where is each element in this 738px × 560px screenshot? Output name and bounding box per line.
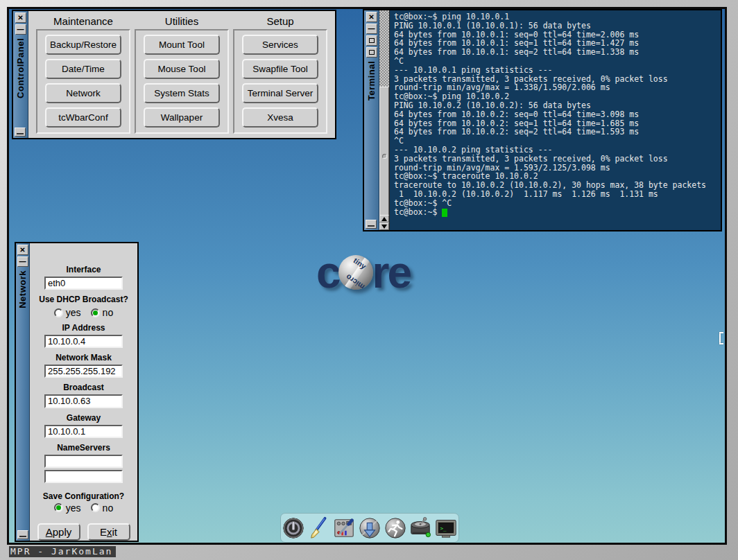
dhcp-radio-row: yes no [54,307,113,318]
dhcp-no-radio[interactable]: no [91,307,114,318]
date-time-button[interactable]: Date/Time [45,59,121,79]
close-icon[interactable]: ✕ [17,245,28,255]
shade-icon[interactable]: — [15,24,26,35]
dhcp-label: Use DHCP Broadcast? [39,295,128,304]
terminal-line: tc@box:~$ ^C [394,199,721,208]
scroll-up-arrow[interactable] [379,215,389,222]
terminal-screen[interactable]: tc@box:~$ ping 10.10.0.1 PING 10.10.0.1 … [390,10,721,230]
terminal-prompt-line: tc@box:~$ [394,208,721,217]
desktop: ✕ — ControlPanel Maintenance Backup/Rest… [7,7,727,545]
scroll-down-arrow[interactable] [379,222,389,230]
group-title: Maintenance [36,12,130,29]
terminal-titlebar[interactable]: ✕ — Terminal [364,10,379,230]
xvesa-button[interactable]: Xvesa [242,107,318,128]
iconify-icon[interactable] [366,47,377,58]
group-maintenance: Maintenance Backup/Restore Date/Time Net… [36,12,130,134]
close-icon[interactable]: ✕ [366,12,377,22]
resize-grip[interactable] [17,530,28,539]
terminal-line: 3 packets transmitted, 3 packets receive… [394,155,721,164]
terminal-line: tc@box:~$ ping 10.10.0.1 [394,12,721,21]
group-box: Mount Tool Mouse Tool System Stats Wallp… [135,29,229,134]
nameservers-label: NameServers [57,443,110,453]
backup-restore-button[interactable]: Backup/Restore [45,35,121,55]
shade-icon[interactable]: — [17,256,28,267]
save-no-radio[interactable]: no [91,502,114,514]
terminal-line: 64 bytes from 10.10.0.2: seq=2 ttl=64 ti… [394,128,721,137]
logo-letter-c: c [316,253,339,292]
mount-drive-icon[interactable] [409,516,434,541]
terminal-scrollbar[interactable] [379,10,390,230]
mouse-ibeam-cursor [719,332,725,344]
maximize-icon[interactable] [366,35,377,46]
mount-tool-button[interactable]: Mount Tool [144,35,220,55]
network-mask-field[interactable] [44,365,123,378]
interface-label: Interface [66,265,101,274]
control-panel-titlebar[interactable]: ✕ — ControlPanel [13,11,28,138]
apps-download-icon[interactable] [357,516,382,541]
apply-button[interactable]: Apply [37,523,80,541]
desktop-status-label: MPR - JarKomLan [9,546,116,557]
terminal-line: --- 10.10.0.1 ping statistics --- [394,66,721,75]
group-title: Setup [233,12,327,29]
terminal-server-button[interactable]: Terminal Server [242,83,318,103]
group-title: Utilities [135,12,229,29]
exit-button[interactable]: Exit [87,523,130,541]
group-box: Services Swapfile Tool Terminal Server X… [233,29,327,134]
dock: >_ [280,513,459,543]
group-setup: Setup Services Swapfile Tool Terminal Se… [233,12,327,134]
system-stats-button[interactable]: System Stats [144,83,220,103]
interface-field[interactable] [44,277,123,290]
tcwbarconf-button[interactable]: tcWbarConf [45,107,121,128]
terminal-line: ^C [394,57,721,66]
terminal-line: 64 bytes from 10.10.0.2: seq=0 ttl=64 ti… [394,110,721,119]
group-box: Backup/Restore Date/Time Network tcWbarC… [36,29,130,134]
logo-sphere: tiny micro [338,255,373,290]
control-panel-body: Maintenance Backup/Restore Date/Time Net… [28,11,335,138]
network-title: Network [17,270,28,308]
swapfile-tool-button[interactable]: Swapfile Tool [242,59,318,79]
broadcast-field[interactable] [44,394,123,408]
ip-address-field[interactable] [44,335,123,348]
paintbrush-icon[interactable] [307,516,332,541]
scrollbar-thumb[interactable] [379,87,389,217]
nameserver2-field[interactable] [44,470,123,483]
terminal-cursor [442,209,447,217]
terminal-line: 64 bytes from 10.10.0.1: seq=2 ttl=64 ti… [394,48,721,57]
ip-address-label: IP Address [62,323,105,333]
save-config-label: Save Configuration? [43,491,124,501]
group-utilities: Utilities Mount Tool Mouse Tool System S… [135,12,229,134]
dhcp-yes-radio[interactable]: yes [54,307,81,318]
services-button[interactable]: Services [242,35,318,55]
terminal-window: ✕ — Terminal tc@box:~$ ping 10.10.0.1 PI… [363,9,722,231]
control-panel-title: ControlPanel [15,38,26,98]
terminal-line: PING 10.10.0.2 (10.10.0.2): 56 data byte… [394,101,721,110]
network-body: Interface Use DHCP Broadcast? yes no IP … [30,243,137,541]
broadcast-label: Broadcast [63,383,104,392]
resize-grip[interactable] [366,220,377,229]
terminal-title: Terminal [366,61,377,100]
terminal-icon[interactable]: >_ [434,516,458,541]
save-radio-row: yes no [54,502,113,514]
svg-text:>_: >_ [440,525,447,531]
mouse-tool-button[interactable]: Mouse Tool [144,59,220,79]
shade-icon[interactable]: — [366,24,377,34]
control-panel-icon[interactable] [332,516,357,541]
close-icon[interactable]: ✕ [15,12,26,23]
network-mask-label: Network Mask [55,353,112,362]
network-button[interactable]: Network [45,83,121,103]
tinycore-logo: c tiny micro re [316,253,410,292]
logo-letters-re: re [372,253,411,292]
network-window: ✕ — Network Interface Use DHCP Broadcast… [15,242,139,542]
control-panel-window: ✕ — ControlPanel Maintenance Backup/Rest… [12,10,336,139]
power-icon[interactable] [281,516,306,541]
run-icon[interactable] [383,516,408,541]
terminal-line: 1 10.10.0.2 (10.10.0.2) 1.117 ms 1.126 m… [394,190,721,199]
network-titlebar[interactable]: ✕ — Network [16,243,30,541]
gateway-field[interactable] [44,425,123,438]
resize-grip[interactable] [15,128,26,137]
save-yes-radio[interactable]: yes [54,502,81,514]
scrollbar-dimple [382,154,387,159]
wallpaper-button[interactable]: Wallpaper [144,107,220,128]
terminal-line: --- 10.10.0.2 ping statistics --- [394,146,721,155]
nameserver1-field[interactable] [44,455,123,468]
